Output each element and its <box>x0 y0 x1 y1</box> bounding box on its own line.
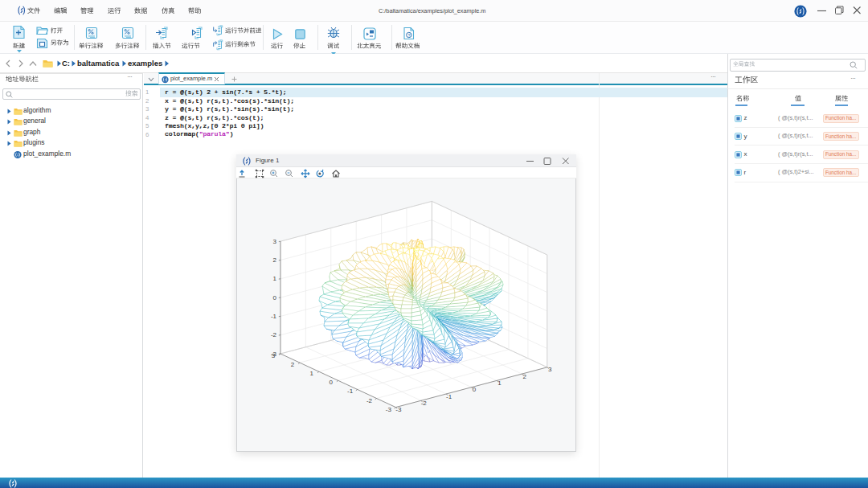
svg-text:0: 0 <box>473 386 477 393</box>
svg-text:1: 1 <box>497 379 502 387</box>
svg-text:-3: -3 <box>395 406 402 413</box>
svg-text:-2: -2 <box>421 400 428 407</box>
svg-text:1: 1 <box>273 275 277 282</box>
svg-text:0: 0 <box>273 294 277 301</box>
svg-text:-2: -2 <box>271 331 277 338</box>
svg-text:3: 3 <box>273 238 277 245</box>
svg-text:0: 0 <box>329 379 333 386</box>
svg-text:2: 2 <box>291 361 295 368</box>
svg-text:3: 3 <box>548 366 552 373</box>
svg-text:1: 1 <box>310 370 314 377</box>
svg-text:2: 2 <box>273 256 277 264</box>
svg-text:-1: -1 <box>446 393 452 400</box>
svg-text:2: 2 <box>523 373 527 380</box>
svg-text:-3: -3 <box>271 351 277 358</box>
svg-text:-1: -1 <box>347 388 354 395</box>
svg-text:-2: -2 <box>366 397 373 404</box>
svg-text:-3: -3 <box>386 406 392 413</box>
svg-text:-1: -1 <box>271 313 277 320</box>
